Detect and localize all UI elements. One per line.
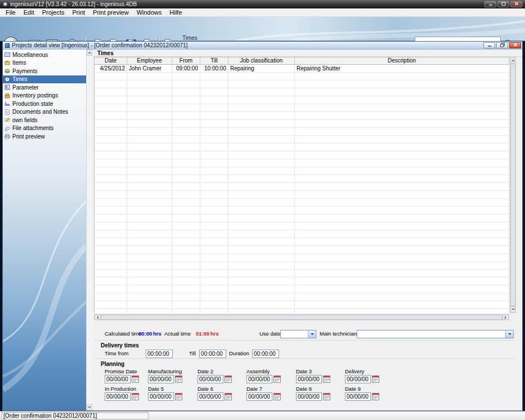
table-row-empty[interactable] [95,151,509,159]
table-row-empty[interactable] [95,301,509,309]
calendar-button[interactable] [372,393,379,400]
minimize-button[interactable] [484,1,496,7]
table-row-empty[interactable] [95,238,509,246]
menu-item-windows[interactable]: Windows [133,8,166,16]
menu-item-file[interactable]: File [2,8,20,16]
column-header-description[interactable]: Description [295,57,509,65]
table-row-empty[interactable] [95,175,509,183]
table-row-empty[interactable] [95,215,509,222]
table-row-empty[interactable] [95,159,509,167]
till-input[interactable] [199,350,226,358]
sidebar-item-times[interactable]: Times [3,75,86,84]
table-vertical-scrollbar[interactable] [510,57,516,313]
table-row-empty[interactable] [95,167,509,175]
table-row-empty[interactable] [95,112,509,120]
planning-input-manufacturing[interactable] [148,375,174,383]
scroll-down-arrow[interactable] [87,404,92,410]
table-row-empty[interactable] [95,222,509,230]
table-row-empty[interactable] [95,254,509,262]
table-row-empty[interactable] [95,183,509,191]
table-row-empty[interactable] [95,230,509,238]
main-technician-dropdown[interactable] [357,330,514,338]
sidebar-item-production-state[interactable]: Production state [3,100,86,108]
table-row-empty[interactable] [95,96,509,104]
planning-input-date-8[interactable] [296,392,322,401]
table-row-empty[interactable] [95,309,509,313]
child-minimize-button[interactable] [483,42,495,48]
planning-input-delivery[interactable] [345,375,371,383]
table-row-empty[interactable] [95,278,509,285]
planning-input-date-6[interactable] [198,392,223,401]
table-row-empty[interactable] [95,104,509,112]
table-row-empty[interactable] [95,262,509,270]
column-header-till[interactable]: Till [200,57,228,65]
table-row-empty[interactable] [95,207,509,215]
close-button[interactable] [510,1,522,7]
table-row-empty[interactable] [95,128,509,136]
sidebar-scrollbar[interactable] [86,50,92,410]
sidebar-item-items[interactable]: Items [3,59,86,68]
planning-input-in-production[interactable] [105,392,131,401]
table-row-empty[interactable] [95,136,509,144]
sidebar-item-miscellaneous[interactable]: Miscellaneous [3,51,86,59]
calendar-button[interactable] [175,393,182,400]
calendar-button[interactable] [225,393,232,400]
table-row-empty[interactable] [95,270,509,278]
duration-input[interactable] [252,350,279,358]
calendar-button[interactable] [132,393,139,400]
scroll-right-arrow[interactable] [502,315,509,320]
table-row[interactable]: 4/25/2012John Cramer09:00:0010:00:00Repa… [95,65,509,73]
sidebar-item-print-preview[interactable]: Print preview [3,132,86,141]
calendar-button[interactable] [273,393,281,400]
sidebar-item-parameter[interactable]: Parameter [3,83,86,92]
calendar-button[interactable] [372,376,379,383]
table-row-empty[interactable] [95,73,509,81]
scrollbar-thumb[interactable] [101,315,502,320]
column-header-date[interactable]: Date [95,57,127,65]
calendar-button[interactable] [175,376,182,383]
menu-item-hilfe[interactable]: Hilfe [165,8,186,16]
planning-input-date-2[interactable] [198,375,223,383]
calendar-button[interactable] [323,393,330,400]
sidebar-item-inventory-postings[interactable]: Inventory postings [3,92,86,100]
scroll-up-arrow[interactable] [87,50,92,56]
calendar-button[interactable] [323,376,330,383]
child-restore-button[interactable] [496,42,508,48]
column-header-employee[interactable]: Employee [127,57,172,65]
menu-item-edit[interactable]: Edit [20,8,38,16]
sidebar-item-payments[interactable]: Payments [3,67,86,75]
scroll-up-arrow[interactable] [510,57,515,64]
planning-input-date-5[interactable] [148,392,174,401]
table-row-empty[interactable] [95,246,509,254]
scroll-down-arrow[interactable] [510,306,515,312]
table-row-empty[interactable] [95,285,509,293]
menu-item-print-preview[interactable]: Print preview [89,8,133,16]
menu-item-projects[interactable]: Projects [38,8,69,16]
planning-input-date-9[interactable] [345,392,371,401]
child-close-button[interactable] [509,42,521,48]
table-row-empty[interactable] [95,144,509,151]
table-row-empty[interactable] [95,199,509,207]
table-horizontal-scrollbar[interactable] [94,314,509,320]
column-header-job-classification[interactable]: Job classification [228,57,295,65]
calendar-button[interactable] [273,376,281,383]
scrollbar-thumb[interactable] [510,64,515,306]
column-header-from[interactable]: From [172,57,200,65]
table-row-empty[interactable] [95,81,509,88]
table-row-empty[interactable] [95,191,509,199]
table-row-empty[interactable] [95,120,509,128]
time-from-input[interactable] [146,350,173,358]
use-date-dropdown[interactable] [280,330,316,338]
maximize-button[interactable] [497,1,509,7]
planning-input-date-7[interactable] [246,392,272,401]
planning-input-promise-date[interactable] [105,375,131,383]
child-title-bar[interactable]: Projects detail view [Ingenious] - [Orde… [3,42,522,50]
sidebar-item-file-attachments[interactable]: File attachments [3,124,86,133]
sidebar-item-own-fields[interactable]: own fields [3,116,86,124]
menu-item-print[interactable]: Print [68,8,89,16]
calendar-button[interactable] [225,376,232,383]
table-row-empty[interactable] [95,88,509,96]
scroll-left-arrow[interactable] [95,315,101,320]
sidebar-item-documents-and-notes[interactable]: Documents and Notes [3,108,86,117]
planning-input-assembly[interactable] [246,375,272,383]
